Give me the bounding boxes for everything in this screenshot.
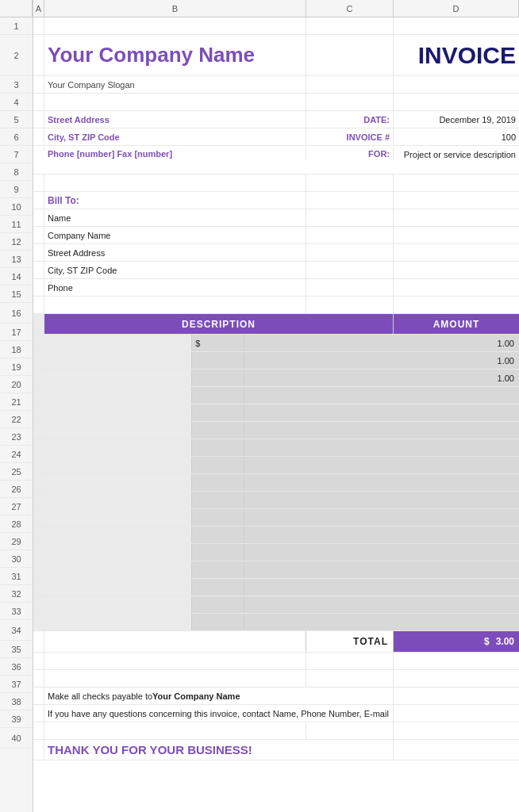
cell-c36 [306,670,394,687]
cell-a35 [33,653,44,669]
cell-b11: Company Name [44,227,306,243]
row-30 [33,561,519,579]
row-9: Bill To: [33,192,519,209]
cell-c14 [306,279,394,296]
col-header-b: B [44,0,306,17]
cell-a22 [33,422,43,439]
date-value: December 19, 2019 [397,115,516,124]
cell-a38 [33,705,44,722]
cell-c1 [306,17,394,34]
row-35 [33,653,519,670]
row-24 [33,457,519,474]
cell-c22 [192,422,244,439]
note1-cell: Make all checks payable to Your Company … [44,688,394,704]
row-num-6: 6 [0,128,33,146]
row-num-35: 35 [0,641,33,658]
cell-a30 [33,561,43,578]
cell-b13: City, ST ZIP Code [44,262,306,278]
cell-b9: Bill To: [44,192,306,209]
for-label: FOR: [309,149,390,159]
row-num-22: 22 [0,411,33,428]
phone-fax-label: Phone [number] Fax [number] [48,149,172,159]
cell-a17 [33,335,43,351]
row-num-15: 15 [0,285,33,303]
cell-a1 [33,17,44,34]
cell-c28 [192,527,244,543]
cell-d12 [394,244,519,261]
cell-a21 [33,404,43,421]
row-22 [33,422,519,439]
cell-d13 [394,262,519,278]
cell-c20 [192,387,244,404]
cell-d15 [394,297,519,313]
cell-c13 [306,262,394,278]
street-address-label: Street Address [48,115,110,124]
cell-c31 [192,579,244,596]
amount-cell-30 [244,561,519,578]
cell-a19 [33,370,43,386]
cell-a10 [33,209,44,226]
cell-c23 [192,439,244,456]
row-num-27: 27 [0,498,33,515]
row-num-33: 33 [0,603,33,620]
invoice-num-value: 100 [397,132,516,142]
cell-a37 [33,688,44,704]
company-slogan: Your Company Slogan [48,80,135,90]
row-3: Your Company Slogan [33,76,519,94]
row-num-12: 12 [0,233,33,251]
invoice-title: INVOICE [394,35,519,75]
cell-a14 [33,279,44,296]
cell-b10: Name [44,209,306,226]
desc-cell-21 [43,404,192,421]
cell-b2: Your Company Name [44,35,306,75]
row-21 [33,404,519,422]
row-36 [33,670,519,688]
cell-a32 [33,596,43,613]
cell-c2 [306,35,394,75]
row-num-10: 10 [0,198,33,216]
amount-cell-23 [244,439,519,456]
row-numbers-column: 1 2 3 4 5 6 7 8 9 10 11 12 13 14 15 16 1… [0,0,33,812]
cell-a15 [33,297,44,313]
thank-you-cell: THANK YOU FOR YOUR BUSINESS! [44,740,394,760]
row-num-28: 28 [0,515,33,533]
bill-to-label: Bill To: [48,195,79,206]
invoice-num-label: INVOICE # [309,132,390,142]
row-1 [33,17,519,35]
amount-cell-19: 1.00 [244,370,519,386]
cell-a4 [33,94,44,110]
row-num-36: 36 [0,658,33,676]
cell-a3 [33,76,44,93]
cell-c9 [306,192,394,209]
cell-c11 [306,227,394,243]
cell-b8 [44,174,306,191]
amount-cell-28 [244,527,519,543]
row-num-37: 37 [0,676,33,693]
cell-c39 [306,722,394,739]
row-num-2: 2 [0,35,33,76]
row-num-3: 3 [0,76,33,94]
row-37: Make all checks payable to Your Company … [33,688,519,705]
cell-a12 [33,244,44,261]
cell-a28 [33,527,43,543]
date-label: DATE: [309,115,390,124]
amount-cell-27 [244,509,519,526]
cell-b7: Phone [number] Fax [number] [44,147,306,160]
row-29 [33,544,519,561]
cell-a13 [33,262,44,278]
row-10: Name [33,209,519,227]
cell-a39 [33,722,44,739]
cell-b5: Street Address [44,111,306,128]
dollar-sign-17: $ [195,339,200,348]
row-num-31: 31 [0,568,33,585]
cell-d3 [394,76,519,93]
cell-a16 [33,314,44,334]
amount-cell-22 [244,422,519,439]
amount-cell-20 [244,387,519,404]
cell-d6: 100 [394,128,519,145]
cell-b1 [44,17,306,34]
desc-cell-25 [43,474,192,491]
cell-a2 [33,35,44,75]
cell-c25 [192,474,244,491]
cell-a18 [33,352,43,369]
